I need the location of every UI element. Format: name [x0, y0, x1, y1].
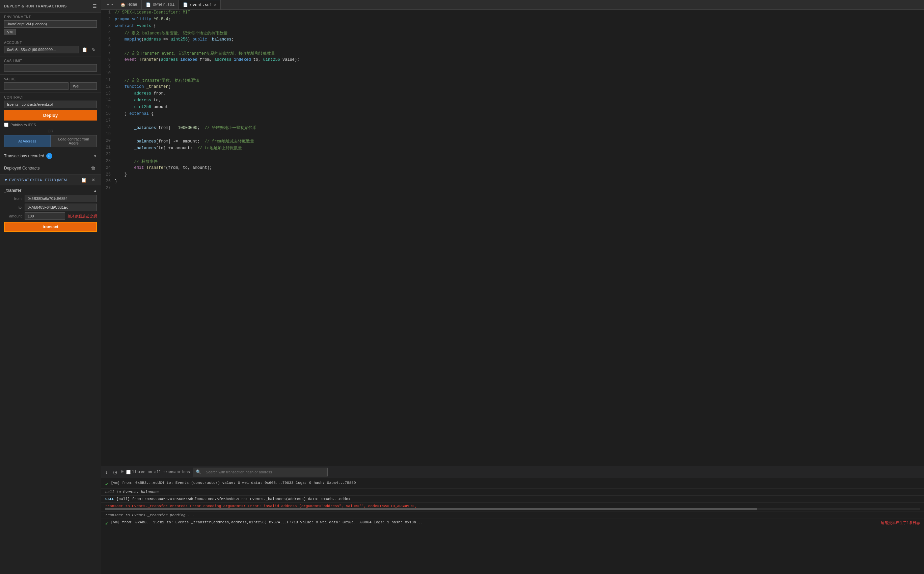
- code-line-19: 19: [101, 131, 924, 138]
- contract-instance-header[interactable]: ▼ EVENTS AT 0XD7A...F771B (MEM 📋 ✕: [0, 175, 101, 185]
- param-amount-row: amount: 输入参数点击交易: [4, 212, 97, 220]
- panel-menu-icon[interactable]: ☰: [93, 3, 97, 9]
- owner-tab-label: owner.sol: [153, 2, 175, 7]
- code-line-11: 11 // 定义_transfer函数, 执行转账逻辑: [101, 77, 924, 84]
- at-address-button[interactable]: At Address: [4, 135, 50, 147]
- bottom-panel: ↓ ◷ 0 listen on all transactions 🔍 ✔ [vm…: [101, 466, 924, 574]
- contract-select[interactable]: Events - contracts/event.sol: [4, 101, 97, 108]
- code-line-25: 25 }: [101, 172, 924, 178]
- publish-ipfs-row: Publish to IPFS: [4, 123, 97, 127]
- listen-label: listen on all transactions: [132, 470, 190, 474]
- log-pending: transact to Events._transfer pending ...: [105, 513, 194, 517]
- value-unit-select[interactable]: Wei: [70, 82, 97, 90]
- code-line-1: 1 // SPDX-License-Identifier: MIT: [101, 10, 924, 17]
- log-call-detail: [call] from: 0x5B38Da6a701c568545dCfcB03…: [116, 497, 350, 501]
- function-name: _transfer: [4, 188, 21, 193]
- log-call-label-2: call to Events._balances: [105, 490, 920, 494]
- function-params: from: to: amount: 输入参数点击交易: [4, 195, 97, 220]
- environment-select-wrapper: JavaScript VM (London): [4, 20, 97, 28]
- gas-limit-input[interactable]: 3000000: [4, 64, 97, 72]
- copy-instance-button[interactable]: 📋: [80, 177, 88, 183]
- load-contract-button[interactable]: Load contract from Addre: [50, 135, 97, 147]
- deployed-contracts-row: Deployed Contracts 🗑: [0, 162, 101, 175]
- param-to-input[interactable]: [25, 203, 97, 211]
- code-line-20: 20 _balances[from] -= amount; // from地址减…: [101, 138, 924, 145]
- close-instance-button[interactable]: ✕: [90, 177, 97, 183]
- log-scrollbar-thumb[interactable]: [105, 508, 757, 510]
- zoom-out-icon[interactable]: -: [111, 2, 113, 8]
- event-tab-close-icon[interactable]: ✕: [214, 2, 216, 8]
- log-entry-1: ✔ [vm] from: 0x5B3...eddC4 to: Events.(c…: [101, 479, 924, 489]
- code-line-24: 24 emit Transfer(from, to, amount);: [101, 165, 924, 172]
- address-buttons: At Address Load contract from Addre: [4, 135, 97, 147]
- clock-icon[interactable]: ◷: [112, 469, 118, 475]
- panel-title: DEPLOY & RUN TRANSACTIONS: [4, 4, 67, 8]
- log-entry-3: CALL [call] from: 0x5B38Da6a701c568545dC…: [101, 496, 924, 503]
- code-line-13: 13 address from,: [101, 91, 924, 98]
- account-section: ACCOUNT 0xAb8...35cb2 (99.9999999... 📋 ✎: [0, 38, 101, 57]
- code-line-26: 26 }: [101, 178, 924, 185]
- param-to-label: to:: [4, 205, 23, 209]
- zoom-controls: + -: [104, 2, 116, 8]
- param-from-input[interactable]: [25, 195, 97, 202]
- annotation-hint: 输入参数点击交易: [67, 214, 97, 219]
- param-amount-input[interactable]: [25, 212, 65, 220]
- code-line-3: 3 contract Events {: [101, 23, 924, 30]
- param-from-row: from:: [4, 195, 97, 202]
- account-select[interactable]: 0xAb8...35cb2 (99.9999999...: [4, 46, 79, 54]
- contract-instance-name: ▼ EVENTS AT 0XD7A...F771B (MEM: [4, 178, 67, 182]
- chevron-down-icon: ▼: [4, 178, 8, 182]
- transact-button[interactable]: transact: [4, 222, 97, 232]
- value-label: VALUE: [4, 77, 97, 81]
- value-section: VALUE 0 Wei: [0, 75, 101, 93]
- tab-event[interactable]: 📄 event.sol ✕: [179, 0, 221, 9]
- transactions-badge: 6: [46, 153, 52, 159]
- value-amount-input[interactable]: 0: [4, 82, 69, 90]
- value-row: 0 Wei: [4, 82, 97, 90]
- log-success-1: ✔ [vm] from: 0x5B3...eddC4 to: Events.(c…: [105, 481, 920, 487]
- environment-select[interactable]: JavaScript VM (London): [4, 20, 97, 28]
- listen-checkbox[interactable]: [126, 470, 130, 475]
- search-box[interactable]: 🔍: [193, 468, 328, 476]
- environment-section: ENVIRONMENT JavaScript VM (London) VM: [0, 13, 101, 38]
- account-row: 0xAb8...35cb2 (99.9999999... 📋 ✎: [4, 46, 97, 54]
- search-input[interactable]: [203, 469, 325, 475]
- contract-label: CONTRACT: [4, 96, 97, 99]
- function-chevron-icon: ▲: [93, 189, 97, 192]
- code-editor[interactable]: 1 // SPDX-License-Identifier: MIT 2 prag…: [101, 10, 924, 466]
- zoom-in-icon[interactable]: +: [107, 2, 109, 8]
- tab-owner[interactable]: 📄 owner.sol: [142, 0, 179, 9]
- deploy-button[interactable]: Deploy: [4, 110, 97, 121]
- right-panel: + - 🏠 Home 📄 owner.sol 📄 event.sol ✕ 1 /…: [101, 0, 924, 574]
- code-line-23: 23 // 释放事件: [101, 158, 924, 165]
- edit-account-button[interactable]: ✎: [90, 46, 97, 53]
- param-from-label: from:: [4, 197, 23, 200]
- publish-ipfs-checkbox[interactable]: [4, 123, 8, 127]
- vm-badge[interactable]: VM: [4, 29, 16, 35]
- code-line-10: 10: [101, 71, 924, 77]
- tab-home[interactable]: 🏠 Home: [116, 0, 142, 9]
- log-entry-2: call to Events._balances: [101, 489, 924, 496]
- code-line-12: 12 function _transfer(: [101, 84, 924, 91]
- event-tab-label: event.sol: [190, 3, 212, 8]
- success-icon-1: ✔: [105, 481, 108, 487]
- annotation-logs: 这笔交易产生了1条日志: [881, 520, 920, 525]
- panel-header: DEPLOY & RUN TRANSACTIONS ☰: [0, 0, 101, 13]
- log-error: transact to Events._transfer errored: Er…: [105, 504, 417, 508]
- clear-logs-button[interactable]: ↓: [104, 469, 109, 475]
- log-scrollbar[interactable]: [105, 508, 920, 510]
- gas-limit-label: GAS LIMIT: [4, 59, 97, 63]
- event-tab-icon: 📄: [183, 2, 188, 8]
- code-line-22: 22: [101, 151, 924, 158]
- trash-icon[interactable]: 🗑: [90, 165, 97, 172]
- code-line-6: 6: [101, 44, 924, 50]
- bottom-toolbar: ↓ ◷ 0 listen on all transactions 🔍: [101, 466, 924, 478]
- or-divider: OR: [4, 129, 97, 133]
- transactions-recorded-row[interactable]: Transactions recorded 6 ▼: [0, 150, 101, 162]
- log-text-6: [vm] from: 0xAb8...35cb2 to: Events._tra…: [111, 520, 423, 524]
- copy-account-button[interactable]: 📋: [80, 46, 89, 53]
- tabs-bar: + - 🏠 Home 📄 owner.sol 📄 event.sol ✕: [101, 0, 924, 10]
- deployed-contracts-label: Deployed Contracts: [4, 166, 39, 170]
- log-entry-5: transact to Events._transfer pending ...: [101, 512, 924, 519]
- listen-checkbox-row: listen on all transactions: [126, 470, 190, 475]
